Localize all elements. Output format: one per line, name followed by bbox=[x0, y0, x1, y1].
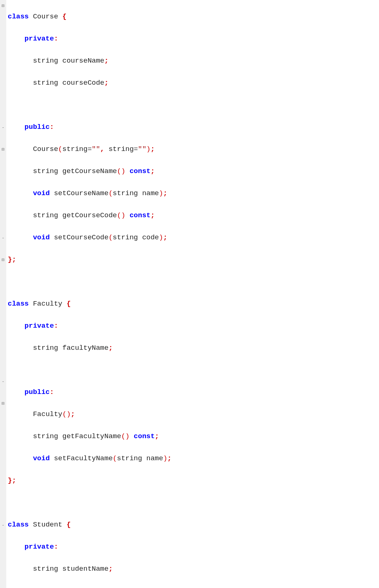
method: getCourseName bbox=[62, 167, 117, 175]
method: getCourseCode bbox=[62, 211, 117, 219]
field: facultyName bbox=[62, 344, 108, 352]
keyword-class: class bbox=[8, 300, 29, 308]
fold-marker[interactable]: ⊟ bbox=[0, 1, 6, 12]
fold-marker[interactable]: - bbox=[0, 233, 6, 244]
code-editor: ⊟ - ⊟ - ⊟ - ⊟ - class Course { private: … bbox=[0, 0, 379, 588]
class-name: Student bbox=[33, 521, 62, 529]
constructor: Faculty bbox=[33, 410, 62, 418]
close-brace: }; bbox=[8, 256, 16, 264]
access-public: public bbox=[25, 123, 50, 131]
field: courseName bbox=[62, 57, 104, 65]
fold-marker[interactable]: - bbox=[0, 122, 6, 133]
access-private: private bbox=[25, 543, 54, 551]
keyword-class: class bbox=[8, 13, 29, 21]
fold-marker[interactable]: ⊟ bbox=[0, 398, 6, 409]
field: studentName bbox=[62, 565, 108, 573]
fold-marker[interactable]: - bbox=[0, 520, 6, 531]
fold-gutter: ⊟ - ⊟ - ⊟ - ⊟ - bbox=[0, 0, 6, 588]
access-private: private bbox=[25, 35, 54, 43]
class-name: Faculty bbox=[33, 300, 62, 308]
field: courseCode bbox=[62, 79, 104, 87]
method: getFacultyName bbox=[62, 432, 121, 440]
close-brace: }; bbox=[8, 476, 16, 485]
fold-marker[interactable]: ⊟ bbox=[0, 255, 6, 266]
constructor: Course bbox=[33, 145, 58, 153]
method: setCourseName bbox=[54, 189, 108, 197]
method: setFacultyName bbox=[54, 454, 113, 462]
fold-marker[interactable]: - bbox=[0, 376, 6, 387]
class-name: Course bbox=[33, 13, 58, 21]
access-private: private bbox=[25, 322, 54, 330]
code-content[interactable]: class Course { private: string courseNam… bbox=[6, 0, 379, 588]
keyword-class: class bbox=[8, 521, 29, 529]
fold-marker[interactable]: ⊟ bbox=[0, 144, 6, 155]
method: setCourseCode bbox=[54, 233, 108, 242]
open-brace: { bbox=[62, 13, 66, 21]
access-public: public bbox=[25, 388, 50, 396]
